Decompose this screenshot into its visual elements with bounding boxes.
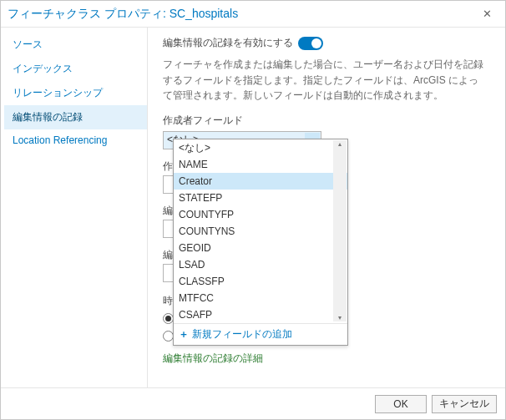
dropdown-item[interactable]: Creator	[174, 173, 347, 190]
sidebar: ソース インデックス リレーションシップ 編集情報の記録 Location Re…	[1, 28, 148, 387]
dropdown-list[interactable]: <なし>NAMECreatorSTATEFPCOUNTYFPCOUNTYNSGE…	[174, 139, 347, 323]
dropdown-item[interactable]: NAME	[174, 156, 347, 173]
dialog-window: フィーチャクラス プロパティ: SC_hospitals ✕ ソース インデック…	[0, 0, 506, 420]
cancel-button[interactable]: キャンセル	[432, 395, 497, 413]
footer: OK キャンセル	[1, 387, 505, 419]
titlebar: フィーチャクラス プロパティ: SC_hospitals ✕	[1, 1, 505, 28]
body: ソース インデックス リレーションシップ 編集情報の記録 Location Re…	[1, 28, 505, 387]
dialog-title: フィーチャクラス プロパティ: SC_hospitals	[8, 7, 475, 22]
scroll-down-icon[interactable]: ▾	[333, 314, 347, 321]
enable-tracking-label: 編集情報の記録を有効にする	[163, 36, 293, 50]
dropdown-item[interactable]: <なし>	[174, 139, 347, 156]
enable-tracking-row: 編集情報の記録を有効にする	[163, 36, 493, 50]
ok-button[interactable]: OK	[375, 395, 427, 413]
dropdown-scrollbar[interactable]: ▴ ▾	[333, 140, 347, 321]
creator-field-label: 作成者フィールド	[163, 114, 493, 128]
dropdown-add-label: 新規フィールドの追加	[192, 327, 292, 342]
dropdown-item[interactable]: MTFCC	[174, 290, 347, 306]
close-icon[interactable]: ✕	[475, 8, 498, 20]
tracking-details-link[interactable]: 編集情報の記録の詳細	[163, 352, 263, 366]
dropdown-item[interactable]: CLASSFP	[174, 273, 347, 290]
dropdown-item[interactable]: GEOID	[174, 240, 347, 256]
dropdown-item[interactable]: LSAD	[174, 256, 347, 273]
sidebar-item-relationship[interactable]: リレーションシップ	[4, 81, 147, 105]
plus-icon: ＋	[179, 327, 189, 342]
sidebar-item-editor-tracking[interactable]: 編集情報の記録	[4, 105, 147, 129]
creator-field-dropdown: <なし>NAMECreatorSTATEFPCOUNTYFPCOUNTYNSGE…	[173, 139, 348, 346]
dropdown-item[interactable]: CSAFP	[174, 306, 347, 323]
sidebar-item-source[interactable]: ソース	[4, 33, 147, 57]
scroll-up-icon[interactable]: ▴	[333, 140, 347, 148]
tracking-description: フィーチャを作成または編集した場合に、ユーザー名および日付を記録するフィールドを…	[163, 57, 493, 104]
dropdown-item[interactable]: COUNTYNS	[174, 223, 347, 240]
sidebar-item-location-referencing[interactable]: Location Referencing	[4, 129, 147, 151]
dropdown-add-field[interactable]: ＋ 新規フィールドの追加	[174, 323, 347, 345]
enable-tracking-toggle[interactable]	[298, 37, 323, 50]
dropdown-item[interactable]: COUNTYFP	[174, 206, 347, 223]
dropdown-item[interactable]: STATEFP	[174, 190, 347, 206]
sidebar-item-index[interactable]: インデックス	[4, 57, 147, 81]
